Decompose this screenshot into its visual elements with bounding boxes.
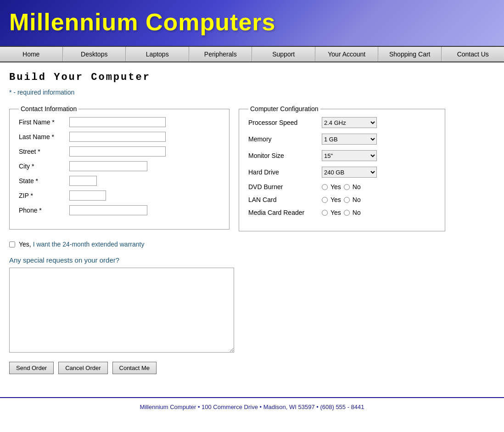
street-input[interactable] — [69, 146, 166, 157]
warranty-row: Yes, I want the 24-month extended warran… — [9, 241, 495, 248]
street-label: Street * — [19, 148, 69, 155]
memory-label: Memory — [248, 135, 322, 143]
phone-input[interactable] — [69, 205, 147, 215]
last-name-row: Last Name * — [19, 132, 220, 142]
hard-drive-select[interactable]: 120 GB 160 GB 240 GB 320 GB 500 GB — [322, 167, 377, 178]
media-card-reader-row: Media Card Reader Yes No — [248, 209, 436, 216]
zip-label: ZIP * — [19, 192, 69, 199]
cancel-order-button[interactable]: Cancel Order — [58, 362, 107, 374]
media-no-label: No — [353, 209, 361, 216]
dvd-no-label: No — [353, 183, 361, 191]
config-legend: Computer Configuration — [248, 105, 320, 112]
hard-drive-label: Hard Drive — [248, 168, 322, 176]
site-title: Millennium Computers — [9, 8, 275, 36]
dvd-burner-row: DVD Burner Yes No — [248, 183, 436, 191]
computer-configuration-fieldset: Computer Configuration Processor Speed 1… — [239, 105, 445, 231]
nav-your-account[interactable]: Your Account — [315, 47, 379, 62]
dvd-burner-label: DVD Burner — [248, 183, 322, 191]
dvd-burner-radio-group: Yes No — [322, 183, 361, 191]
lan-card-radio-group: Yes No — [322, 196, 361, 203]
buttons-row: Send Order Cancel Order Contact Me — [9, 362, 495, 374]
nav-peripherals[interactable]: Peripherals — [189, 47, 252, 62]
media-card-reader-radio-group: Yes No — [322, 209, 361, 216]
state-input[interactable] — [69, 176, 97, 186]
forms-row: Contact Information First Name * Last Na… — [9, 105, 495, 231]
warranty-label: Yes, I want the 24-month extended warran… — [19, 241, 144, 248]
monitor-size-row: Monitor Size 15" 17" 19" 21" — [248, 150, 436, 161]
page-title: Build Your Computer — [9, 72, 495, 83]
nav-shopping-cart[interactable]: Shopping Cart — [378, 47, 442, 62]
lan-no-label: No — [353, 196, 361, 203]
special-requests-textarea[interactable] — [9, 268, 234, 353]
state-label: State * — [19, 177, 69, 185]
media-card-reader-label: Media Card Reader — [248, 209, 322, 216]
first-name-input[interactable] — [69, 117, 166, 127]
last-name-input[interactable] — [69, 132, 166, 142]
contact-legend: Contact Information — [19, 105, 78, 112]
lan-card-yes-radio[interactable] — [322, 197, 328, 203]
lan-card-label: LAN Card — [248, 196, 322, 203]
monitor-size-select[interactable]: 15" 17" 19" 21" — [322, 150, 377, 161]
processor-speed-row: Processor Speed 1.8 GHz 2.0 GHz 2.4 GHz … — [248, 117, 436, 128]
street-row: Street * — [19, 146, 220, 157]
contact-information-fieldset: Contact Information First Name * Last Na… — [9, 105, 230, 230]
zip-row: ZIP * — [19, 191, 220, 201]
state-row: State * — [19, 176, 220, 186]
processor-speed-label: Processor Speed — [248, 119, 322, 126]
send-order-button[interactable]: Send Order — [9, 362, 54, 374]
warranty-text-plain: Yes, — [19, 241, 33, 248]
required-note: * - required information — [9, 89, 495, 96]
nav-contact-us[interactable]: Contact Us — [442, 47, 504, 62]
dvd-yes-label: Yes — [330, 183, 341, 191]
media-card-reader-yes-radio[interactable] — [322, 210, 328, 216]
lan-yes-label: Yes — [330, 196, 341, 203]
nav-home[interactable]: Home — [0, 47, 63, 62]
nav-support[interactable]: Support — [252, 47, 315, 62]
phone-label: Phone * — [19, 207, 69, 214]
last-name-label: Last Name * — [19, 133, 69, 140]
first-name-label: First Name * — [19, 118, 69, 126]
warranty-text-blue: I want the 24-month extended warranty — [33, 241, 145, 248]
special-requests-label: Any special requests on your order? — [9, 256, 495, 264]
site-footer: Millennium Computer • 100 Commerce Drive… — [0, 397, 504, 416]
contact-me-button[interactable]: Contact Me — [112, 362, 157, 374]
memory-row: Memory 512 MB 1 GB 2 GB 4 GB — [248, 134, 436, 145]
city-input[interactable] — [69, 161, 147, 171]
phone-row: Phone * — [19, 205, 220, 215]
nav-laptops[interactable]: Laptops — [126, 47, 189, 62]
processor-speed-select[interactable]: 1.8 GHz 2.0 GHz 2.4 GHz 2.8 GHz 3.2 GHz — [322, 117, 377, 128]
lan-card-row: LAN Card Yes No — [248, 196, 436, 203]
dvd-burner-yes-radio[interactable] — [322, 184, 328, 190]
city-row: City * — [19, 161, 220, 171]
nav-desktops[interactable]: Desktops — [63, 47, 126, 62]
site-header: Millennium Computers — [0, 0, 504, 46]
zip-input[interactable] — [69, 191, 106, 201]
main-content: Build Your Computer * - required informa… — [0, 62, 504, 397]
footer-text: Millennium Computer • 100 Commerce Drive… — [140, 404, 364, 410]
lan-card-no-radio[interactable] — [344, 197, 350, 203]
warranty-checkbox[interactable] — [9, 241, 15, 247]
media-card-reader-no-radio[interactable] — [344, 210, 350, 216]
memory-select[interactable]: 512 MB 1 GB 2 GB 4 GB — [322, 134, 377, 145]
media-yes-label: Yes — [330, 209, 341, 216]
first-name-row: First Name * — [19, 117, 220, 127]
hard-drive-row: Hard Drive 120 GB 160 GB 240 GB 320 GB 5… — [248, 167, 436, 178]
monitor-size-label: Monitor Size — [248, 152, 322, 159]
city-label: City * — [19, 163, 69, 170]
dvd-burner-no-radio[interactable] — [344, 184, 350, 190]
main-nav: Home Desktops Laptops Peripherals Suppor… — [0, 46, 504, 62]
